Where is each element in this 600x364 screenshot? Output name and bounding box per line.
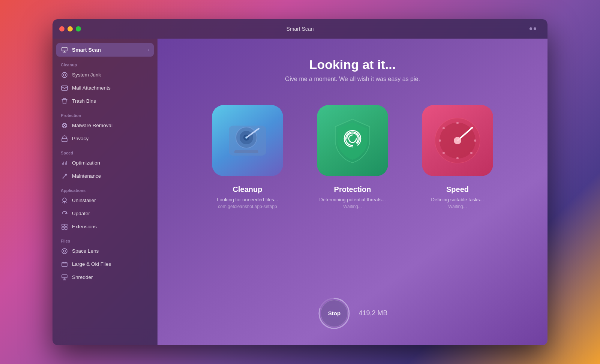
minimize-button[interactable] — [68, 26, 73, 31]
space-lens-icon — [61, 247, 68, 255]
sidebar-item-space-lens[interactable]: Space Lens — [56, 245, 154, 258]
sidebar-item-optimization[interactable]: Optimization — [56, 157, 154, 169]
traffic-lights — [59, 26, 81, 31]
content-area: Smart Scan › Cleanup System Junk — [52, 39, 548, 345]
svg-point-29 — [456, 157, 459, 159]
sidebar-item-smart-scan[interactable]: Smart Scan › — [56, 43, 154, 57]
sidebar-item-uninstaller[interactable]: Uninstaller — [56, 194, 154, 207]
main-content: Looking at it... Give me a moment. We al… — [158, 39, 548, 345]
trash-icon — [61, 97, 68, 105]
extensions-icon — [61, 223, 68, 231]
section-protection-label: Protection — [52, 108, 158, 119]
privacy-label: Privacy — [72, 136, 88, 141]
sidebar-item-updater[interactable]: Updater — [56, 207, 154, 220]
more-options-button[interactable] — [530, 25, 541, 33]
sidebar: Smart Scan › Cleanup System Junk — [52, 39, 158, 345]
close-button[interactable] — [59, 26, 64, 31]
sidebar-item-label: Smart Scan — [72, 47, 101, 53]
large-files-icon — [61, 261, 68, 268]
scan-size-display: 419,2 MB — [358, 309, 387, 317]
sidebar-item-large-old-files[interactable]: Large & Old Files — [56, 258, 154, 271]
sidebar-item-privacy[interactable]: Privacy — [56, 132, 154, 145]
protection-card-status: Determining potential threats... — [319, 197, 386, 202]
svg-rect-9 — [65, 224, 67, 226]
protection-card: Protection Determining potential threats… — [309, 105, 396, 209]
sidebar-item-shredder[interactable]: Shredder — [56, 271, 154, 284]
cleanup-card: Cleanup Looking for unneeded files... co… — [204, 105, 291, 209]
svg-rect-3 — [62, 86, 68, 90]
svg-point-12 — [62, 249, 67, 254]
shredder-icon — [61, 274, 68, 281]
svg-point-2 — [63, 74, 66, 76]
speed-card: Speed Defining suitable tasks... Waiting… — [414, 105, 501, 209]
section-cleanup-label: Cleanup — [52, 57, 158, 69]
speed-card-icon — [422, 105, 493, 176]
svg-point-13 — [63, 250, 66, 252]
optimization-icon — [61, 159, 68, 167]
sidebar-item-extensions[interactable]: Extensions — [56, 220, 154, 233]
svg-rect-10 — [62, 227, 64, 229]
titlebar: Smart Scan — [52, 19, 548, 39]
malware-icon — [61, 122, 68, 129]
trash-bins-label: Trash Bins — [72, 98, 96, 104]
svg-rect-22 — [234, 150, 258, 153]
svg-point-31 — [439, 139, 441, 142]
svg-rect-6 — [62, 138, 67, 142]
window-title: Smart Scan — [286, 26, 314, 32]
large-old-files-label: Large & Old Files — [72, 261, 111, 267]
protection-card-sub: Waiting... — [343, 204, 362, 209]
optimization-label: Optimization — [72, 160, 100, 166]
sidebar-item-trash-bins[interactable]: Trash Bins — [56, 95, 154, 108]
cleanup-card-status: Looking for unneeded files... — [217, 197, 278, 202]
protection-card-title: Protection — [334, 185, 371, 194]
malware-removal-label: Malware Removal — [72, 123, 112, 128]
svg-rect-8 — [62, 224, 64, 226]
svg-point-32 — [442, 127, 445, 129]
sidebar-item-system-junk[interactable]: System Junk — [56, 69, 154, 81]
sidebar-item-mail-attachments[interactable]: Mail Attachments — [56, 82, 154, 94]
uninstaller-icon — [61, 197, 68, 204]
system-junk-label: System Junk — [72, 72, 101, 78]
extensions-label: Extensions — [72, 224, 97, 229]
updater-icon — [61, 210, 68, 217]
speed-card-status: Defining suitable tasks... — [431, 197, 484, 202]
shredder-label: Shredder — [72, 274, 93, 280]
sidebar-item-chevron: › — [148, 48, 149, 52]
speed-card-sub: Waiting... — [448, 204, 467, 209]
stop-area: Stop 419,2 MB — [317, 297, 387, 330]
svg-rect-14 — [62, 262, 67, 267]
protection-card-icon — [317, 105, 388, 176]
svg-point-25 — [456, 122, 459, 124]
sidebar-item-malware-removal[interactable]: Malware Removal — [56, 119, 154, 132]
stop-button[interactable]: Stop — [321, 300, 348, 327]
cleanup-card-sub: com.getcleanshot.app-setapp — [218, 204, 277, 209]
dot2 — [534, 27, 536, 30]
svg-point-27 — [474, 139, 476, 142]
maintenance-icon — [61, 172, 68, 180]
stop-button-wrap: Stop — [317, 297, 351, 330]
cards-row: Cleanup Looking for unneeded files... co… — [204, 105, 501, 209]
smart-scan-icon — [61, 46, 68, 54]
svg-rect-15 — [62, 275, 67, 278]
main-subheading: Give me a moment. We all wish it was eas… — [285, 76, 420, 82]
main-heading: Looking at it... — [309, 57, 396, 72]
space-lens-label: Space Lens — [72, 248, 99, 254]
section-files-label: Files — [52, 234, 158, 245]
app-window: Smart Scan Smart Scan › Cleanup — [52, 19, 548, 345]
dot1 — [530, 27, 532, 30]
section-applications-label: Applications — [52, 183, 158, 194]
fullscreen-button[interactable] — [76, 26, 81, 31]
uninstaller-label: Uninstaller — [72, 198, 96, 203]
section-speed-label: Speed — [52, 145, 158, 157]
updater-label: Updater — [72, 211, 90, 216]
speed-card-title: Speed — [446, 185, 469, 194]
svg-point-34 — [454, 137, 461, 144]
system-junk-icon — [61, 71, 68, 79]
mail-icon — [61, 84, 68, 92]
maintenance-label: Maintenance — [72, 173, 101, 179]
privacy-icon — [61, 135, 68, 142]
svg-point-30 — [442, 152, 445, 154]
cleanup-card-icon — [212, 105, 283, 176]
svg-rect-0 — [62, 47, 67, 51]
sidebar-item-maintenance[interactable]: Maintenance — [56, 170, 154, 183]
